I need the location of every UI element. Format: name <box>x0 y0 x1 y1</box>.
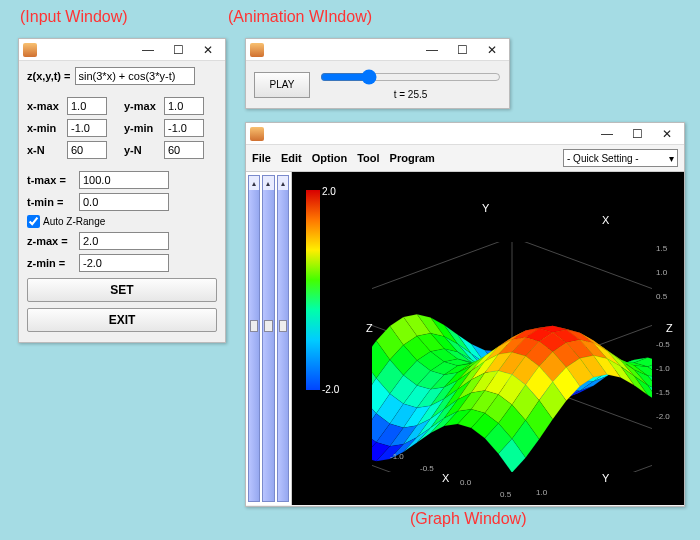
vscroll-2[interactable]: ▴ <box>262 175 274 502</box>
tmin-input[interactable] <box>79 193 169 211</box>
java-app-icon <box>250 127 264 141</box>
input-window-label: (Input Window) <box>20 8 128 26</box>
tick: -1.5 <box>656 388 670 397</box>
time-slider[interactable] <box>320 69 501 85</box>
xmax-label: x-max <box>27 100 65 112</box>
quick-setting-value: - Quick Setting - <box>567 153 639 164</box>
play-button[interactable]: PLAY <box>254 72 310 98</box>
surface-plot <box>372 242 652 472</box>
graph-window: — ☐ ✕ File Edit Option Tool Program - Qu… <box>245 122 685 507</box>
svg-line-7 <box>372 242 512 307</box>
tick: -2.0 <box>656 412 670 421</box>
vscroll-1[interactable]: ▴ <box>248 175 260 502</box>
tick: -1.0 <box>656 364 670 373</box>
tick: -0.5 <box>656 340 670 349</box>
titlebar[interactable]: — ☐ ✕ <box>246 39 509 61</box>
colorbar-bottom-label: -2.0 <box>322 384 339 395</box>
axis-label-x-bottom: X <box>442 472 449 484</box>
close-button[interactable]: ✕ <box>193 40 223 60</box>
zmin-input[interactable] <box>79 254 169 272</box>
tick: 1.5 <box>656 244 667 253</box>
axis-label-z-left: Z <box>366 322 373 334</box>
graph-window-label: (Graph Window) <box>410 510 526 528</box>
ymax-label: y-max <box>124 100 162 112</box>
yN-label: y-N <box>124 144 162 156</box>
xmin-input[interactable] <box>67 119 107 137</box>
menu-file[interactable]: File <box>252 152 271 164</box>
svg-line-1 <box>512 447 652 472</box>
exit-button[interactable]: EXIT <box>27 308 217 332</box>
tick: 0.5 <box>500 490 511 499</box>
ymax-input[interactable] <box>164 97 204 115</box>
axis-label-x-top: X <box>602 214 609 226</box>
window-controls: — ☐ ✕ <box>417 40 507 60</box>
tick: -1.0 <box>390 452 404 461</box>
maximize-button[interactable]: ☐ <box>447 40 477 60</box>
tick: 1.0 <box>656 268 667 277</box>
tmax-label: t-max = <box>27 174 75 186</box>
ymin-input[interactable] <box>164 119 204 137</box>
ymin-label: y-min <box>124 122 162 134</box>
xN-label: x-N <box>27 144 65 156</box>
xmin-label: x-min <box>27 122 65 134</box>
zmax-input[interactable] <box>79 232 169 250</box>
window-controls: — ☐ ✕ <box>592 124 682 144</box>
animation-window: — ☐ ✕ PLAY t = 25.5 <box>245 38 510 109</box>
xmax-input[interactable] <box>67 97 107 115</box>
minimize-button[interactable]: — <box>592 124 622 144</box>
minimize-button[interactable]: — <box>133 40 163 60</box>
java-app-icon <box>23 43 37 57</box>
quick-setting-dropdown[interactable]: - Quick Setting - ▾ <box>563 149 678 167</box>
input-window: — ☐ ✕ z(x,y,t) = x-max y-max x-min y-min… <box>18 38 226 343</box>
window-controls: — ☐ ✕ <box>133 40 223 60</box>
tick: 0.0 <box>460 478 471 487</box>
svg-line-4 <box>512 242 652 307</box>
axis-label-z-right: Z <box>666 322 673 334</box>
maximize-button[interactable]: ☐ <box>622 124 652 144</box>
plot-area[interactable]: 2.0 -2.0 Y X Z Z X Y -1.0 -0.5 0.0 0.5 1… <box>292 172 684 505</box>
titlebar[interactable]: — ☐ ✕ <box>19 39 225 61</box>
close-button[interactable]: ✕ <box>652 124 682 144</box>
animation-window-label: (Animation WIndow) <box>228 8 372 26</box>
axis-label-y-bottom: Y <box>602 472 609 484</box>
set-button[interactable]: SET <box>27 278 217 302</box>
chevron-down-icon: ▾ <box>669 153 674 164</box>
formula-label: z(x,y,t) = <box>27 70 71 82</box>
colorbar <box>306 190 320 390</box>
menu-program[interactable]: Program <box>390 152 435 164</box>
close-button[interactable]: ✕ <box>477 40 507 60</box>
zmax-label: z-max = <box>27 235 75 247</box>
titlebar[interactable]: — ☐ ✕ <box>246 123 684 145</box>
menu-edit[interactable]: Edit <box>281 152 302 164</box>
tmax-input[interactable] <box>79 171 169 189</box>
scrollbar-panel: ▴ ▴ ▴ <box>246 172 292 505</box>
vscroll-3[interactable]: ▴ <box>277 175 289 502</box>
menubar: File Edit Option Tool Program - Quick Se… <box>246 145 684 172</box>
formula-input[interactable] <box>75 67 195 85</box>
menu-option[interactable]: Option <box>312 152 347 164</box>
zmin-label: z-min = <box>27 257 75 269</box>
tick: 0.5 <box>656 292 667 301</box>
auto-z-range-label: Auto Z-Range <box>43 216 105 227</box>
yN-input[interactable] <box>164 141 204 159</box>
colorbar-top-label: 2.0 <box>322 186 336 197</box>
minimize-button[interactable]: — <box>417 40 447 60</box>
axis-label-y-top: Y <box>482 202 489 214</box>
tmin-label: t-min = <box>27 196 75 208</box>
time-value-label: t = 25.5 <box>320 89 501 100</box>
menu-tool[interactable]: Tool <box>357 152 379 164</box>
java-app-icon <box>250 43 264 57</box>
tick: 1.0 <box>536 488 547 497</box>
auto-z-range-checkbox[interactable] <box>27 215 40 228</box>
xN-input[interactable] <box>67 141 107 159</box>
maximize-button[interactable]: ☐ <box>163 40 193 60</box>
tick: -0.5 <box>420 464 434 473</box>
